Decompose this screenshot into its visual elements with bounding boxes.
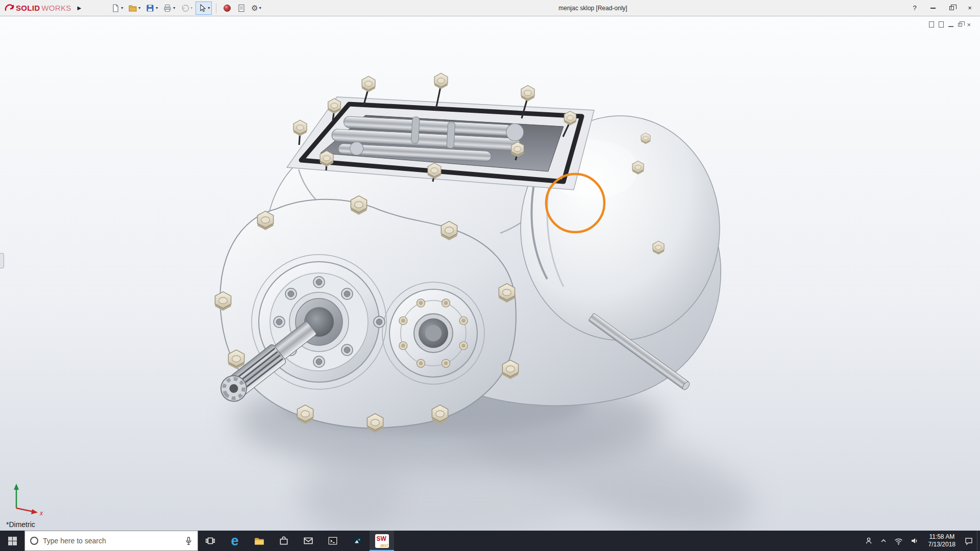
help-button[interactable]: ? [905, 0, 924, 16]
view-orientation-label: *Dimetric [6, 520, 35, 529]
people-icon [864, 536, 873, 545]
edge-button[interactable]: e [223, 531, 247, 551]
solidworks-taskbar-button[interactable]: SW 2017 [370, 531, 394, 551]
document-window-controls: × [929, 20, 971, 29]
feature-tree-collapse-tab[interactable] [0, 253, 4, 268]
microphone-icon[interactable] [185, 537, 192, 545]
photos-button[interactable] [345, 531, 370, 551]
task-view-button[interactable] [198, 531, 223, 551]
rebuild-icon [223, 4, 232, 13]
print-dropdown-caret[interactable]: ▾ [173, 6, 175, 10]
new-dropdown-caret[interactable]: ▾ [121, 6, 123, 10]
taskbar: e [0, 531, 980, 551]
start-button[interactable] [0, 531, 24, 551]
solidworks-app-icon: SW 2017 [375, 534, 389, 548]
graphics-viewport[interactable]: × [0, 16, 980, 531]
window-icon [929, 21, 934, 28]
select-cursor-icon [198, 4, 207, 13]
print-button[interactable]: ▾ [161, 2, 177, 15]
restore-icon [949, 6, 954, 10]
undo-dropdown-caret[interactable]: ▾ [190, 6, 192, 10]
cortana-icon [30, 537, 38, 545]
logo-text-works: WORKS [41, 4, 71, 12]
menu-bar: SOLIDWORKS ▶ ▾ ▾ ▾ [0, 0, 980, 16]
document-title: menjac sklop [Read-only] [558, 0, 627, 16]
open-button[interactable]: ▾ [126, 2, 142, 15]
new-document-icon [111, 4, 120, 13]
network-button[interactable] [890, 531, 907, 551]
orientation-triad: x [4, 477, 50, 517]
sw-icon-year: 2017 [380, 544, 388, 547]
doc-new-window-button[interactable] [939, 20, 944, 29]
taskbar-search-box[interactable] [24, 531, 198, 551]
doc-restore-button[interactable] [958, 20, 962, 29]
console-icon [328, 536, 338, 546]
volume-button[interactable] [907, 531, 923, 551]
y-axis-arrow [14, 484, 19, 490]
window-icon [939, 21, 944, 28]
x-axis-label: x [39, 510, 43, 517]
open-icon [128, 4, 137, 13]
print-icon [163, 4, 172, 13]
minimize-button[interactable] [924, 0, 942, 16]
undo-button[interactable]: ▾ [178, 2, 194, 15]
windows-logo-icon [8, 537, 17, 545]
clock[interactable]: 11:58 AM 7/13/2018 [923, 531, 961, 551]
store-icon [279, 536, 289, 546]
mail-icon [303, 536, 313, 545]
close-button[interactable]: × [961, 0, 979, 16]
x-axis-arrow [31, 509, 38, 514]
minimize-icon [930, 8, 936, 9]
restore-button[interactable] [942, 0, 961, 16]
wifi-icon [894, 537, 903, 545]
doc-close-button[interactable]: × [967, 20, 971, 29]
window-controls: ? × [905, 0, 979, 16]
options-dropdown-caret[interactable]: ▾ [259, 6, 261, 10]
mail-button[interactable] [296, 531, 321, 551]
action-center-icon [964, 536, 973, 545]
system-tray: 11:58 AM 7/13/2018 [861, 531, 980, 551]
speaker-icon [911, 536, 920, 545]
photos-icon [352, 536, 362, 546]
3d-model-canvas[interactable] [0, 16, 980, 531]
toolbar-separator [216, 3, 216, 13]
open-dropdown-caret[interactable]: ▾ [138, 6, 140, 10]
select-dropdown-caret[interactable]: ▾ [208, 6, 210, 10]
doc-minimize-icon [948, 26, 953, 27]
solidworks-logo: SOLIDWORKS [0, 3, 75, 13]
search-input[interactable] [43, 537, 180, 545]
people-button[interactable] [861, 531, 877, 551]
file-explorer-icon [254, 536, 265, 546]
chevron-up-icon [880, 538, 887, 544]
tray-date: 7/13/2018 [928, 541, 955, 548]
doc-cascade-button[interactable] [929, 20, 934, 29]
logo-text-solid: SOLID [16, 4, 40, 12]
rebuild-button[interactable] [220, 2, 234, 15]
new-document-button[interactable]: ▾ [109, 2, 125, 15]
doc-restore-icon [958, 23, 962, 27]
menu-expand-button[interactable]: ▶ [75, 3, 85, 13]
solidworks-logo-icon [4, 3, 14, 13]
main-toolbar: ▾ ▾ ▾ ▾ [109, 2, 263, 15]
save-icon [145, 4, 155, 13]
gear-icon: ⚙ [251, 4, 258, 12]
console-button[interactable] [321, 531, 345, 551]
task-view-icon [205, 536, 215, 546]
right-flange[interactable] [389, 289, 477, 377]
undo-icon [180, 4, 189, 13]
tray-time: 11:58 AM [929, 533, 954, 541]
action-center-button[interactable] [961, 531, 977, 551]
solidworks-window: SOLIDWORKS ▶ ▾ ▾ ▾ [0, 0, 980, 551]
hidden-icons-button[interactable] [877, 531, 890, 551]
file-properties-icon [237, 4, 246, 13]
save-button[interactable]: ▾ [143, 2, 160, 15]
file-properties-button[interactable] [235, 2, 248, 15]
options-button[interactable]: ⚙ ▾ [249, 2, 263, 15]
store-button[interactable] [272, 531, 296, 551]
edge-icon: e [231, 534, 238, 548]
select-button[interactable]: ▾ [195, 2, 212, 15]
doc-minimize-button[interactable] [948, 20, 953, 29]
show-desktop-button[interactable] [977, 531, 980, 551]
file-explorer-button[interactable] [247, 531, 272, 551]
save-dropdown-caret[interactable]: ▾ [156, 6, 158, 10]
